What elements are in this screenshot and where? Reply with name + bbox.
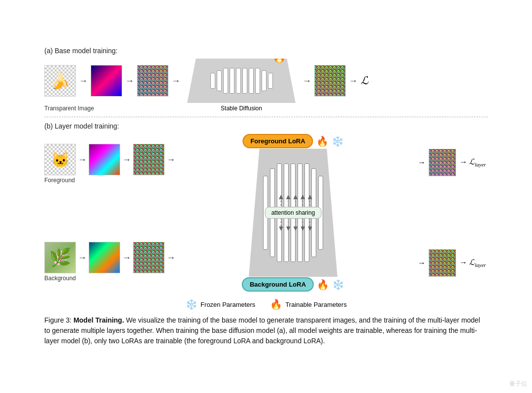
- background-masked-img: [89, 242, 120, 273]
- fg-arrow-1: →: [78, 155, 87, 165]
- part-a: (a) Base model training: 🍌 → → →: [44, 47, 488, 112]
- fire-icon-bg: 🔥: [317, 279, 329, 291]
- snow-legend-icon: ❄️: [185, 298, 198, 310]
- foreground-lora-container: Foreground LoRA 🔥 ❄️: [242, 134, 343, 148]
- background-lora-container: Background LoRA 🔥 ❄️: [242, 277, 344, 292]
- fg-lora-label: Foreground LoRA: [250, 137, 305, 145]
- background-label: Background: [44, 275, 172, 282]
- loss-bg: → ℒlayer: [459, 258, 486, 268]
- background-img-row: 🌸 → → →: [44, 242, 172, 273]
- stable-diffusion-block: 🔥: [187, 59, 296, 103]
- bg-output-img: [429, 249, 456, 277]
- bg-output-row: → → ℒlayer: [418, 249, 486, 277]
- watermark: 量子位: [509, 380, 527, 388]
- section-divider: [44, 117, 488, 117]
- loss-fg: → ℒlayer: [459, 157, 486, 167]
- background-garden-img: 🌸: [44, 242, 76, 273]
- noise-img-1: [137, 65, 168, 97]
- fg-arrow-2: →: [122, 155, 131, 165]
- right-arrow-bg: →: [418, 259, 426, 267]
- fg-output-row: → → ℒlayer: [418, 149, 486, 176]
- foreground-img-row: 🐱 → → →: [44, 144, 172, 175]
- legend: ❄️ Frozen Parameters 🔥 Trainable Paramet…: [44, 298, 488, 310]
- attention-sharing-badge: attention sharing: [265, 207, 322, 219]
- arrow-1: →: [79, 76, 88, 86]
- attention-sharing-label: attention sharing: [271, 209, 315, 216]
- fg-output-img: [429, 149, 456, 176]
- trainable-label: Trainable Parameters: [285, 301, 347, 308]
- foreground-masked-img: [89, 144, 120, 175]
- frozen-label: Frozen Parameters: [200, 301, 255, 308]
- foreground-noise-img: [133, 144, 165, 175]
- loss-a: ℒ: [361, 74, 368, 87]
- caption-prefix: Figure 3:: [44, 316, 73, 324]
- part-a-label: (a) Base model training:: [44, 47, 488, 55]
- sd-label-a: Stable Diffusion: [221, 105, 262, 112]
- foreground-lora-badge: Foreground LoRA: [242, 134, 313, 148]
- caption-bold: Model Training.: [73, 316, 124, 324]
- part-b-label: (b) Layer model training:: [44, 122, 488, 130]
- bg-arrow-1: →: [78, 253, 87, 263]
- transparent-img-label: Transparent Image: [44, 105, 94, 112]
- frozen-legend-item: ❄️ Frozen Parameters: [185, 298, 255, 310]
- part-b: (b) Layer model training: 🐱 → →: [44, 122, 488, 292]
- fire-legend-icon: 🔥: [270, 298, 282, 310]
- arrow-5: →: [349, 76, 358, 86]
- foreground-cat-img: 🐱: [44, 144, 76, 175]
- snow-icon-fg: ❄️: [332, 135, 344, 147]
- arrow-2: →: [125, 76, 134, 86]
- arrow-4: →: [302, 76, 311, 86]
- arrow-3: →: [171, 76, 180, 86]
- foreground-label: Foreground: [44, 177, 172, 184]
- fire-icon-fg: 🔥: [316, 135, 329, 147]
- background-noise-img: [133, 242, 165, 273]
- snow-icon-bg: ❄️: [332, 279, 344, 291]
- background-lora-badge: Background LoRA: [242, 277, 314, 292]
- transparent-banana-img: 🍌: [44, 65, 76, 97]
- figure-caption: Figure 3: Model Training. We visualize t…: [44, 315, 488, 346]
- output-noise-a: [314, 65, 346, 97]
- right-arrow-fg: →: [418, 158, 426, 167]
- bg-arrow-2: →: [122, 253, 131, 263]
- trainable-legend-item: 🔥 Trainable Parameters: [270, 298, 347, 310]
- masked-banana-img: [91, 65, 122, 97]
- bg-lora-label: Background LoRA: [250, 281, 306, 288]
- main-container: (a) Base model training: 🍌 → → →: [30, 37, 502, 356]
